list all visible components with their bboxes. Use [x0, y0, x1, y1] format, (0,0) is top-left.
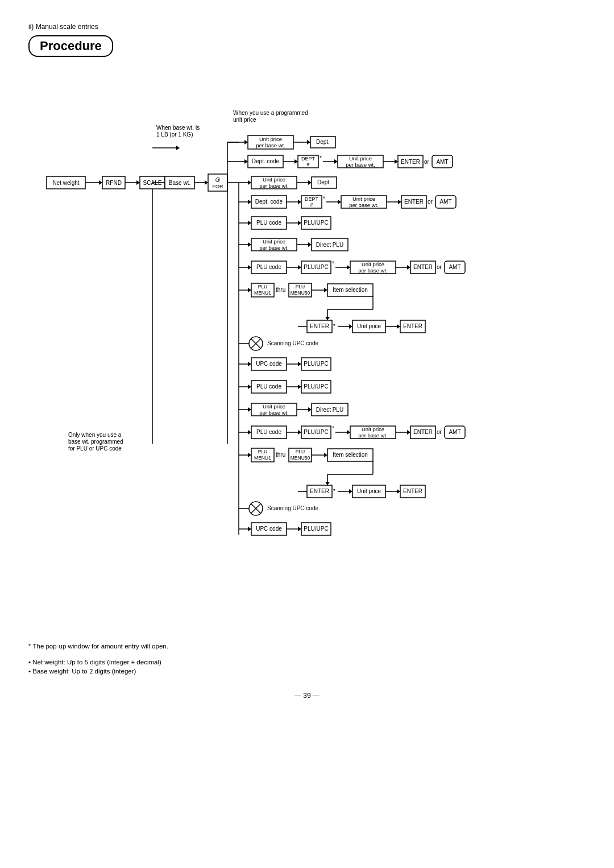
enter-main4-text: ENTER: [413, 264, 433, 270]
star-main-r5: *: [332, 261, 334, 267]
plu-menu50-main1-l1: PLU: [296, 284, 305, 290]
or-top: or: [424, 159, 430, 165]
svg-marker-4: [99, 180, 102, 185]
plu-code-main1-text: PLU code: [256, 220, 281, 226]
svg-marker-16: [248, 200, 251, 204]
upbw-main2-l1: Unit price: [352, 196, 375, 202]
plu-menu1-lower4-l1: PLU: [258, 449, 268, 454]
svg-marker-22: [248, 242, 251, 247]
item-sel-main1-text: Item selection: [333, 287, 368, 293]
plu-upc-lower3-text: PLU/UPC: [304, 429, 328, 435]
when-base-wt-label: When base wt. is: [156, 125, 200, 131]
svg-marker-33: [248, 362, 251, 366]
footnote-area: * The pop-up window for amount entry wil…: [28, 643, 586, 675]
page: ii) Manual scale entries Procedure When …: [0, 0, 614, 868]
upbw-main4-l1: Unit price: [362, 261, 384, 267]
upc-code-lower6-text: UPC code: [256, 526, 282, 532]
upbw-top2-l2: per base wt.: [346, 162, 375, 168]
svg-marker-26: [347, 265, 350, 270]
svg-marker-40: [298, 430, 301, 435]
rfnd-text: RFND: [106, 180, 122, 186]
plu-upc-main2-text: PLU/UPC: [304, 264, 328, 270]
svg-marker-24: [248, 265, 251, 270]
plu-code-lower1-text: PLU code: [256, 383, 281, 390]
svg-marker-27: [407, 265, 410, 270]
svg-marker-13: [395, 159, 398, 164]
svg-marker-21: [298, 221, 301, 225]
only-when-label: Only when you use a: [68, 432, 122, 438]
plu-menu1-main1-l1: PLU: [258, 284, 268, 290]
amt-main2-text: AMT: [439, 199, 451, 205]
star-lower3: *: [332, 425, 334, 432]
when-programmed-label: When you use a programmed: [233, 110, 308, 116]
svg-marker-14: [248, 180, 251, 185]
footnote2: • Base weight: Up to 2 digits (integer): [28, 668, 586, 675]
upbw-lower2-l2: per base wt.: [259, 410, 289, 416]
svg-marker-46: [349, 489, 352, 494]
svg-text:for PLU or UPC code: for PLU or UPC code: [68, 445, 122, 452]
enter-main2-text: ENTER: [404, 199, 424, 205]
svg-marker-37: [248, 407, 251, 412]
dept-hash-top-l1: DEPT: [301, 156, 316, 162]
svg-marker-23: [308, 242, 312, 247]
enter-row7-2-main1-text: ENTER: [403, 323, 422, 329]
svg-marker-31: [349, 324, 352, 329]
amt-lower3-text: AMT: [449, 429, 460, 435]
plu-upc-lower1-text: PLU/UPC: [304, 383, 328, 390]
svg-marker-35: [248, 385, 251, 389]
svg-text:unit price: unit price: [233, 117, 256, 123]
star-lower4: *: [333, 488, 335, 494]
unit-price-row7-text: Unit price: [357, 323, 381, 329]
svg-marker-42: [407, 430, 410, 435]
unit-price-lower4-text: Unit price: [357, 488, 381, 494]
upbw-lower3-l2: per base wt.: [358, 432, 388, 439]
svg-marker-49: [298, 527, 301, 531]
upbw-top2-l1: Unit price: [349, 155, 372, 162]
enter-row7-main1-text: ENTER: [310, 323, 329, 329]
svg-text:base wt. programmed: base wt. programmed: [68, 439, 123, 445]
svg-marker-38: [308, 407, 312, 412]
svg-marker-19: [398, 200, 401, 204]
dept-code-main-text: Dept. code: [255, 199, 283, 205]
svg-marker-32: [397, 324, 400, 329]
svg-marker-9: [307, 140, 310, 144]
procedure-label: Procedure: [28, 35, 113, 57]
thru-lower4: thru: [276, 452, 285, 458]
or-lower3: or: [437, 429, 442, 435]
plu-menu50-lower4-l1: PLU: [296, 449, 305, 454]
footnote1: • Net weight: Up to 5 digits (integer + …: [28, 659, 586, 666]
dept-code-top-text: Dept. code: [252, 158, 280, 164]
item-sel-lower4-text: Item selection: [333, 452, 368, 458]
plu-menu50-main1-l2: MENU50: [291, 290, 310, 296]
svg-marker-41: [347, 430, 350, 435]
svg-marker-5: [136, 180, 140, 185]
svg-marker-17: [298, 200, 301, 204]
svg-marker-11: [294, 159, 298, 164]
plu-upc-upc1-text: PLU/UPC: [304, 361, 328, 367]
upbw-main3-l2: per base wt.: [259, 245, 289, 251]
diagram-container: When base wt. is 1 LB (or 1 KG) When you…: [28, 68, 574, 626]
svg-marker-36: [298, 385, 301, 389]
scan-label-lower4: Scanning UPC code: [267, 505, 318, 511]
atfor-for: FOR: [213, 184, 223, 189]
upbw-top1-l1: Unit price: [259, 136, 282, 142]
thru-main1: thru: [276, 287, 285, 293]
amt-main4-text: AMT: [449, 264, 460, 270]
dept-main-text: Dept.: [317, 179, 331, 185]
svg-marker-20: [248, 221, 251, 225]
plu-code-main2-text: PLU code: [256, 264, 281, 270]
enter-top-text: ENTER: [401, 159, 420, 165]
svg-text:1 LB (or 1 KG): 1 LB (or 1 KG): [156, 131, 193, 138]
scan-label-main1: Scanning UPC code: [267, 340, 318, 346]
star-main-r2: *: [323, 196, 325, 202]
upbw-lower3-l1: Unit price: [362, 426, 384, 432]
svg-marker-47: [397, 489, 400, 494]
footnote-star: * The pop-up window for amount entry wil…: [28, 643, 586, 650]
svg-marker-8: [244, 140, 248, 144]
or-main2: or: [428, 199, 433, 205]
svg-marker-10: [244, 159, 248, 164]
upbw-main3-l1: Unit price: [263, 238, 285, 245]
svg-marker-45: [325, 482, 330, 485]
dept-hash-main-l1: DEPT: [305, 196, 319, 202]
upbw-main1-l2: per base wt.: [259, 183, 289, 189]
